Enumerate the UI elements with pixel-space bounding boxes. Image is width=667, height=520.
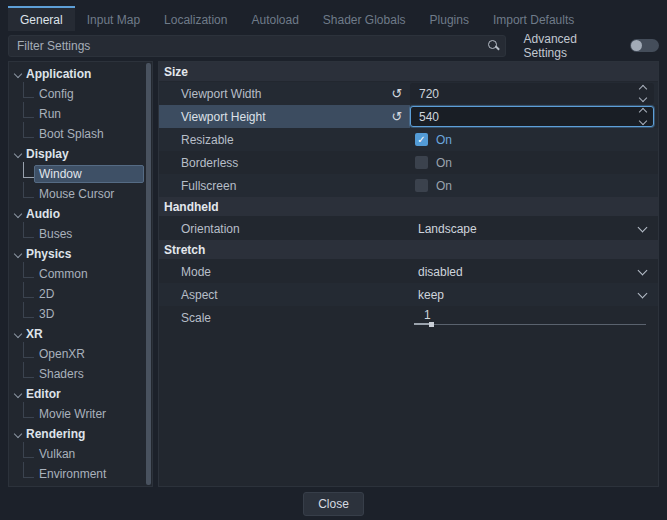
chevron-down-icon [15,251,22,258]
chevron-down-icon [15,211,22,218]
project-settings-dialog: General Input Map Localization Autoload … [0,0,667,520]
viewport-height-input[interactable] [411,110,640,124]
property-label: Resizable [181,133,410,147]
toggle-knob-icon [631,40,642,51]
revert-icon[interactable]: ↺ [384,109,410,124]
tree-item-shaders[interactable]: Shaders [9,364,152,384]
chevron-down-icon [15,151,22,158]
tab-general[interactable]: General [8,6,75,31]
tree-item-label: Common [34,265,144,283]
property-row-aspect: Aspect keep [159,283,658,306]
property-label: Scale [181,311,410,325]
tab-localization[interactable]: Localization [152,6,239,31]
tree-item-config[interactable]: Config [9,84,152,104]
tree-item-label: Config [34,85,144,103]
stretch-aspect-dropdown[interactable]: keep [410,283,654,306]
property-row-scale: Scale 1 [159,306,658,329]
resizable-checkbox[interactable]: ✓ [415,133,428,146]
spinner-arrows-icon[interactable] [640,86,646,101]
section-header-stretch: Stretch [159,240,658,259]
tree-branch-icon [23,222,34,238]
tree-item-label: Shaders [34,365,144,383]
tree-branch-icon [23,82,34,98]
close-button[interactable]: Close [303,492,364,516]
property-label: Borderless [181,156,410,170]
tree-section-audio[interactable]: Audio [9,204,152,224]
tree-scrollbar[interactable] [146,63,151,485]
advanced-settings-toggle[interactable] [630,39,659,52]
tree-section-display[interactable]: Display [9,144,152,164]
chevron-down-icon [15,331,22,338]
chevron-down-icon [638,265,648,275]
section-header-size: Size [159,62,658,81]
tree-item-buses[interactable]: Buses [9,224,152,244]
property-label: Orientation [181,222,410,236]
tree-section-application[interactable]: Application [9,64,152,84]
tree-item-label: Window [34,165,144,183]
tree-item-mouse-cursor[interactable]: Mouse Cursor [9,184,152,204]
tree-item-vulkan[interactable]: Vulkan [9,444,152,464]
tree-item-label: Vulkan [34,445,144,463]
tree-branch-icon [23,402,34,418]
search-icon [488,40,497,49]
checkbox-state-label: On [436,156,452,170]
dropdown-value: keep [418,288,639,302]
revert-icon[interactable]: ↺ [384,86,410,101]
scale-slider[interactable]: 1 [414,306,646,329]
tree-item-2d[interactable]: 2D [9,284,152,304]
tree-item-label: Environment [34,465,144,483]
tree-item-environment[interactable]: Environment [9,464,152,484]
chevron-down-icon [15,431,22,438]
tree-item-3d[interactable]: 3D [9,304,152,324]
filter-settings-searchbox [8,35,506,57]
tree-section-physics[interactable]: Physics [9,244,152,264]
tree-section-label: Physics [26,247,71,261]
tree-branch-icon [23,462,34,478]
spinner-arrows-icon[interactable] [640,109,646,124]
tree-item-openxr[interactable]: OpenXR [9,344,152,364]
tree-item-run[interactable]: Run [9,104,152,124]
tree-item-label: 2D [34,285,144,303]
tree-item-label: OpenXR [34,345,144,363]
tab-plugins[interactable]: Plugins [418,6,481,31]
tree-branch-icon [23,262,34,278]
tree-section-label: Rendering [26,427,85,441]
chevron-down-icon [638,222,648,232]
chevron-down-icon [15,71,22,78]
orientation-dropdown[interactable]: Landscape [410,217,654,240]
tree-section-label: XR [26,327,43,341]
tree-item-movie-writer[interactable]: Movie Writer [9,404,152,424]
settings-content: Application Config Run Boot Splash Displ… [8,61,659,487]
tree-branch-icon [23,302,34,318]
filter-settings-input[interactable] [8,35,506,57]
tab-shader-globals[interactable]: Shader Globals [311,6,418,31]
tree-branch-icon [23,362,34,378]
tree-section-xr[interactable]: XR [9,324,152,344]
fullscreen-checkbox[interactable] [415,179,428,192]
tree-branch-icon [23,342,34,358]
slider-track[interactable] [414,324,646,325]
tree-section-rendering[interactable]: Rendering [9,424,152,444]
property-row-viewport-width: Viewport Width ↺ [159,82,658,105]
tree-section-editor[interactable]: Editor [9,384,152,404]
tab-input-map[interactable]: Input Map [75,6,152,31]
tree-section-label: Audio [26,207,60,221]
borderless-checkbox[interactable] [415,156,428,169]
property-label: Viewport Width [181,87,384,101]
tree-branch-icon [23,442,34,458]
property-row-mode: Mode disabled [159,260,658,283]
viewport-width-spinbox [410,83,654,104]
viewport-width-input[interactable] [411,87,640,101]
tree-item-label: Buses [34,225,144,243]
tree-item-label: Mouse Cursor [34,185,144,203]
slider-grabber[interactable] [429,322,434,327]
property-row-viewport-height: Viewport Height ↺ [159,105,658,128]
tab-import-defaults[interactable]: Import Defaults [481,6,586,31]
stretch-mode-dropdown[interactable]: disabled [410,260,654,283]
tree-item-boot-splash[interactable]: Boot Splash [9,124,152,144]
dropdown-value: disabled [418,265,639,279]
tab-autoload[interactable]: Autoload [239,6,310,31]
tree-item-window[interactable]: Window [9,164,152,184]
property-row-orientation: Orientation Landscape [159,217,658,240]
tree-item-common[interactable]: Common [9,264,152,284]
